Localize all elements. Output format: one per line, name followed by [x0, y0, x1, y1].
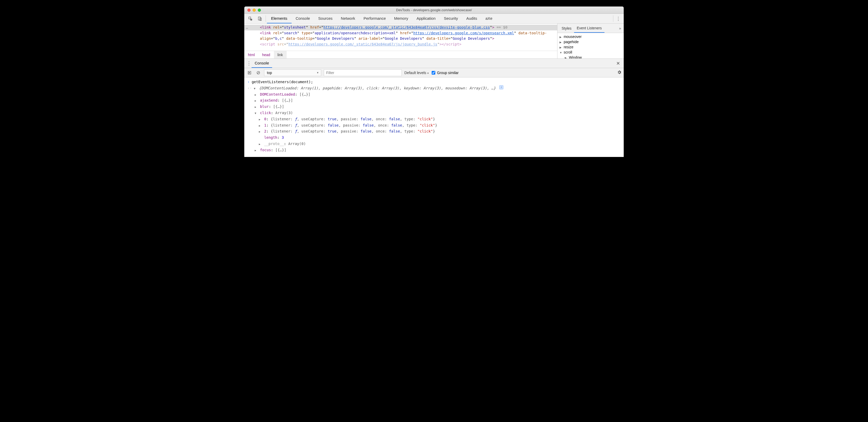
- event-listener-list[interactable]: mouseover pagehide resize scroll Window: [557, 33, 624, 59]
- tab-sources[interactable]: Sources: [314, 14, 337, 23]
- console-input-text: getEventListeners(document);: [252, 79, 313, 85]
- event-scroll[interactable]: scroll: [560, 50, 622, 55]
- tab-memory[interactable]: Memory: [390, 14, 412, 23]
- console-prop-click[interactable]: click: Array(3): [247, 110, 621, 116]
- dom-node-link-search[interactable]: <link rel="search" type="application/ope…: [244, 30, 557, 41]
- drawer-menu-icon[interactable]: [246, 61, 252, 66]
- href-link[interactable]: https://developers.google.com/s/opensear…: [413, 31, 514, 35]
- tab-divider-right: [613, 15, 613, 22]
- tab-divider: [266, 15, 266, 22]
- context-select[interactable]: top: [264, 69, 321, 76]
- expand-toggle-icon[interactable]: [255, 97, 258, 104]
- breadcrumb: htmlheadlink: [244, 51, 557, 59]
- crumb-html[interactable]: html: [244, 51, 258, 59]
- expand-toggle-icon[interactable]: [259, 141, 262, 147]
- expand-toggle-icon[interactable]: [259, 122, 262, 129]
- more-options-icon[interactable]: [614, 14, 622, 23]
- dom-tree[interactable]: … <link rel="stylesheet" href="https://d…: [244, 24, 557, 51]
- clear-console-icon[interactable]: [255, 70, 261, 76]
- group-similar-input[interactable]: [432, 71, 435, 74]
- event-target-window[interactable]: Window: [560, 55, 622, 59]
- filter-input[interactable]: [324, 69, 402, 76]
- info-badge-icon[interactable]: i: [499, 85, 503, 89]
- drawer-tab-console[interactable]: Console: [252, 59, 272, 68]
- click-listener-2[interactable]: 2: {listener: ƒ, useCapture: true, passi…: [247, 128, 621, 135]
- elements-pane: … <link rel="stylesheet" href="https://d…: [244, 24, 557, 59]
- console-toolbar: top Default levels Group similar: [244, 68, 624, 77]
- tab-elements[interactable]: Elements: [267, 14, 291, 23]
- expand-toggle-icon[interactable]: [255, 92, 258, 98]
- console-prop-blur[interactable]: blur: [{…}]: [247, 104, 621, 110]
- expand-toggle-icon[interactable]: [255, 110, 258, 116]
- expand-toggle-icon[interactable]: [255, 104, 258, 110]
- expand-toggle-icon[interactable]: [255, 147, 258, 153]
- close-drawer-icon[interactable]: ✕: [615, 61, 622, 66]
- event-pagehide[interactable]: pagehide: [560, 39, 622, 44]
- console-prop-ajaxSend[interactable]: ajaxSend: [{…}]: [247, 97, 621, 104]
- sidebar-tab-styles[interactable]: Styles: [559, 24, 574, 33]
- window-title: DevTools - developers.google.com/web/sho…: [244, 8, 624, 12]
- tab-console[interactable]: Console: [291, 14, 314, 23]
- main-tab-bar: ElementsConsoleSourcesNetworkPerformance…: [244, 14, 624, 24]
- expand-toggle-icon[interactable]: [259, 116, 262, 122]
- tab-network[interactable]: Network: [337, 14, 360, 23]
- crumb-link[interactable]: link: [274, 51, 287, 59]
- result-summary: {DOMContentLoaded: Array(1), pagehide: A…: [259, 85, 496, 92]
- expand-toggle-icon[interactable]: [254, 85, 257, 92]
- console-prop-proto[interactable]: __proto__: Array(0): [247, 141, 621, 147]
- console-input-row: › getEventListeners(document);: [247, 79, 621, 85]
- tab-axe[interactable]: aXe: [481, 14, 497, 23]
- crumb-head[interactable]: head: [258, 51, 274, 59]
- click-listener-0[interactable]: 0: {listener: ƒ, useCapture: true, passi…: [247, 116, 621, 122]
- tab-performance[interactable]: Performance: [360, 14, 390, 23]
- event-mouseover[interactable]: mouseover: [560, 34, 622, 39]
- inspect-element-icon[interactable]: [246, 14, 255, 23]
- dom-node-link-selected[interactable]: <link rel="stylesheet" href="https://dev…: [244, 25, 557, 30]
- sidebar-tabs: Styles Event Listeners »: [557, 24, 624, 33]
- tab-audits[interactable]: Audits: [462, 14, 481, 23]
- execution-context-icon[interactable]: [246, 70, 253, 76]
- href-link[interactable]: https://developers.google.com/_static/64…: [323, 25, 490, 29]
- svg-line-5: [257, 72, 259, 73]
- console-prop-focus[interactable]: focus: [{…}]: [247, 147, 621, 153]
- drawer-header: Console ✕: [244, 59, 624, 68]
- console-prop-length: length: 3: [247, 135, 621, 141]
- console-result-row: ‹· {DOMContentLoaded: Array(1), pagehide…: [247, 85, 621, 92]
- prompt-icon: ›: [247, 79, 249, 85]
- sidebar-tab-event-listeners[interactable]: Event Listeners: [574, 24, 604, 33]
- return-icon: ‹·: [247, 85, 252, 92]
- svg-rect-1: [258, 17, 260, 20]
- expand-toggle-icon[interactable]: [259, 128, 262, 135]
- group-similar-checkbox[interactable]: Group similar: [432, 71, 458, 75]
- tab-application[interactable]: Application: [412, 14, 440, 23]
- more-sidebar-tabs-icon[interactable]: »: [604, 26, 622, 30]
- expand-dots-icon[interactable]: …: [246, 25, 248, 30]
- dom-node-script[interactable]: <script src="https://developers.google.c…: [244, 41, 557, 47]
- event-resize[interactable]: resize: [560, 44, 622, 50]
- log-levels-select[interactable]: Default levels: [404, 71, 429, 75]
- devtools-window: DevTools - developers.google.com/web/sho…: [244, 6, 624, 157]
- click-listener-1[interactable]: 1: {listener: ƒ, useCapture: false, pass…: [247, 122, 621, 129]
- console-output[interactable]: › getEventListeners(document); ‹· {DOMCo…: [244, 77, 624, 157]
- console-drawer: Console ✕ top Default levels Group simil…: [244, 59, 624, 157]
- tab-security[interactable]: Security: [440, 14, 462, 23]
- sidebar: Styles Event Listeners » mouseover pageh…: [557, 24, 624, 59]
- console-settings-icon[interactable]: [617, 70, 622, 75]
- titlebar: DevTools - developers.google.com/web/sho…: [244, 6, 624, 14]
- toggle-device-icon[interactable]: [255, 14, 265, 23]
- console-prop-DOMContentLoaded[interactable]: DOMContentLoaded: [{…}]: [247, 92, 621, 98]
